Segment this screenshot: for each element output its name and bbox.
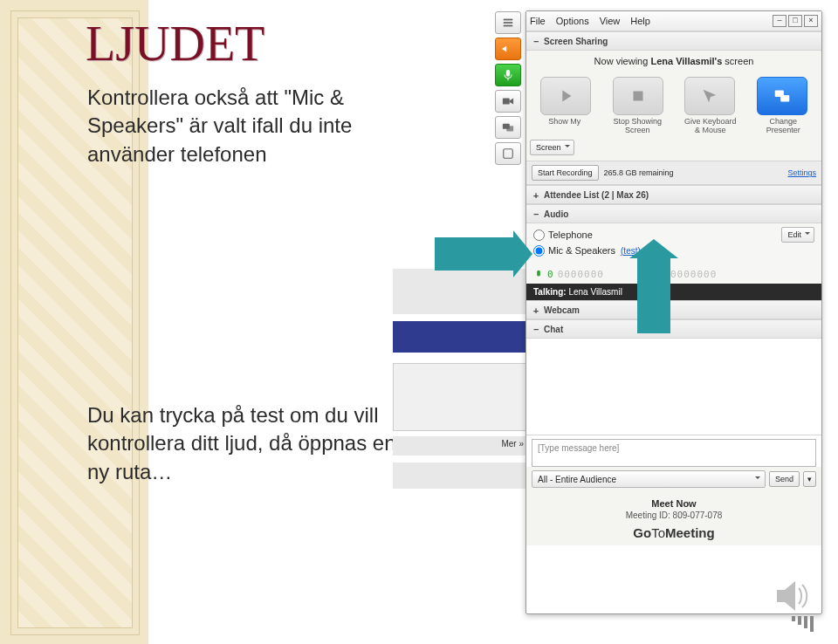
- menu-help[interactable]: Help: [630, 16, 650, 26]
- settings-link[interactable]: Settings: [787, 168, 816, 177]
- bg-fragment: [393, 363, 529, 431]
- gotomeeting-logo: GoToMeeting: [526, 525, 821, 545]
- change-presenter-button[interactable]: [757, 77, 807, 115]
- stop-showing-button[interactable]: [613, 77, 663, 115]
- arrow-up: [637, 258, 670, 333]
- send-menu-button[interactable]: ▾: [803, 471, 816, 487]
- show-my-screen-button[interactable]: [540, 77, 591, 115]
- audience-select[interactable]: All - Entire Audience: [532, 470, 766, 488]
- minus-icon: −: [532, 325, 540, 334]
- plus-icon: +: [532, 305, 540, 315]
- minus-icon: −: [532, 37, 540, 46]
- menu-options[interactable]: Options: [556, 16, 589, 26]
- label-show-my: Show My: [537, 117, 593, 134]
- telephone-label: Telephone: [548, 230, 593, 240]
- minus-icon: −: [532, 209, 540, 219]
- menu-file[interactable]: File: [530, 16, 546, 26]
- mic-speakers-label: Mic & Speakers: [548, 245, 615, 256]
- screen-share-buttons: [526, 72, 821, 117]
- bg-fragment: [393, 269, 527, 314]
- window-close[interactable]: ×: [804, 15, 818, 27]
- give-keyboard-button[interactable]: [684, 77, 735, 115]
- slide-title: LJUDET: [86, 16, 264, 72]
- now-viewing: Now viewing Lena Villasmil's screen: [526, 51, 821, 72]
- section-audio[interactable]: −Audio: [526, 204, 821, 223]
- grab-screens-button[interactable]: [495, 116, 521, 139]
- svg-rect-6: [504, 149, 513, 159]
- svg-rect-3: [503, 99, 510, 105]
- grab-mic-button[interactable]: [495, 64, 521, 86]
- grab-collapse-button[interactable]: [495, 11, 521, 34]
- label-give: Give Keyboard & Mouse: [683, 117, 738, 134]
- svg-rect-2: [504, 25, 513, 27]
- audio-edit-select[interactable]: Edit: [781, 227, 814, 243]
- label-stop: Stop Showing Screen: [609, 117, 665, 134]
- bg-fragment: [393, 321, 527, 353]
- section-attendee[interactable]: +Attendee List (2 | Max 26): [526, 185, 821, 204]
- bg-fragment: [393, 462, 527, 489]
- grab-tab: [495, 11, 526, 165]
- svg-rect-7: [633, 92, 642, 101]
- meeting-id: Meeting ID: 809-077-078: [526, 510, 821, 525]
- recording-row: Start Recording 265.8 GB remaining Setti…: [526, 161, 821, 185]
- svg-rect-1: [504, 22, 513, 24]
- mic-meter: 00000000: [533, 269, 604, 280]
- chat-input[interactable]: [Type message here]: [532, 439, 816, 467]
- talking-bar: Talking: Lena Villasmil: [526, 284, 821, 300]
- section-chat[interactable]: −Chat: [526, 319, 821, 339]
- window-minimize[interactable]: –: [773, 15, 786, 27]
- arrow-right: [435, 237, 515, 271]
- grab-camera-button[interactable]: [495, 90, 521, 113]
- window-maximize[interactable]: □: [788, 15, 802, 27]
- menubar: File Options View Help – □ ×: [526, 11, 821, 31]
- menu-view[interactable]: View: [600, 16, 621, 26]
- bg-mer-label: Mer »: [501, 439, 524, 449]
- gotomeeting-panel: File Options View Help – □ × −Screen Sha…: [525, 10, 822, 614]
- sound-bars-icon: [792, 616, 814, 632]
- paragraph-2: Du kan trycka på test om du vill kontrol…: [87, 401, 419, 486]
- screen-select[interactable]: Screen: [530, 140, 574, 155]
- sound-icon: [773, 579, 812, 613]
- mic-icon: [533, 270, 544, 280]
- screen-share-labels: Show My Stop Showing Screen Give Keyboar…: [526, 117, 821, 140]
- grab-chat-button[interactable]: [495, 142, 521, 165]
- plus-icon: +: [532, 190, 540, 200]
- svg-rect-0: [504, 19, 513, 21]
- remaining-label: 265.8 GB remaining: [604, 168, 674, 177]
- section-webcam[interactable]: +Webcam: [526, 300, 821, 319]
- start-recording-button[interactable]: Start Recording: [532, 165, 599, 181]
- meet-now-label: Meet Now: [526, 493, 821, 510]
- mic-speakers-radio[interactable]: [533, 245, 545, 257]
- section-screen-sharing[interactable]: −Screen Sharing: [526, 31, 821, 51]
- grab-arrow-button[interactable]: [495, 38, 521, 60]
- svg-rect-5: [506, 126, 513, 131]
- telephone-radio[interactable]: [533, 230, 545, 241]
- send-button[interactable]: Send: [769, 471, 800, 487]
- svg-rect-9: [780, 95, 789, 101]
- label-change: Change Presenter: [755, 117, 811, 134]
- chat-log: [526, 339, 821, 435]
- bg-fragment: Mer »: [393, 436, 527, 456]
- paragraph-1: Kontrollera också att "Mic & Speakers" ä…: [87, 84, 419, 168]
